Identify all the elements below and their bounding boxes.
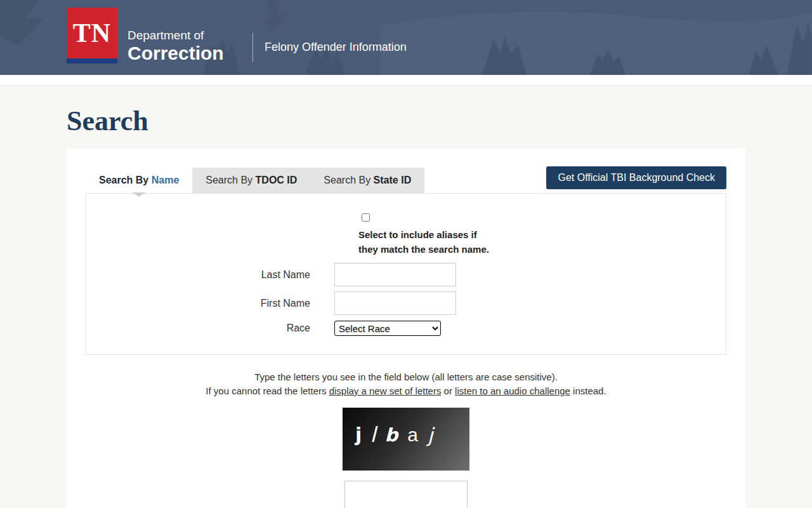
captcha-letter: j [355,424,362,446]
last-name-input[interactable] [334,263,456,286]
alias-checkbox-row [86,213,726,222]
captcha-input-wrap [86,481,726,508]
captcha-line2-prefix: If you cannot read the letters [206,385,329,396]
page-title: Search [67,105,812,138]
active-tab-caret-icon [132,192,146,197]
captcha-line2-suffix: instead. [570,385,606,396]
forest-background-art [0,0,812,75]
race-label: Race [86,323,334,334]
last-name-row: Last Name [86,263,726,286]
alias-help-line2: they match the search name. [358,242,726,257]
captcha-instruction-line2: If you cannot read the letters display a… [86,384,726,398]
department-of-text: Department of [128,28,224,43]
tn-logo-red-box: TN [67,8,117,58]
correction-text: Correction [128,43,224,64]
tab-search-by-name[interactable]: Search By Name [86,168,192,193]
tab-prefix: Search By [99,175,152,185]
main-content: Search Search By Name Search By TDOC ID … [0,105,812,508]
captcha-image: j l b a j [343,408,469,471]
captcha-letter: a [407,424,418,446]
tab-emphasis: Name [152,175,180,185]
tn-logo-navy-bar [67,58,117,64]
first-name-label: First Name [86,298,334,309]
tn-logo[interactable]: TN [67,8,117,64]
first-name-row: First Name [86,291,726,315]
audio-challenge-link[interactable]: listen to an audio challenge [455,385,570,396]
captcha-line2-middle: or [441,385,455,396]
captcha-letter: b [384,424,398,446]
captcha-input[interactable] [344,481,468,508]
tab-search-by-tdoc-id[interactable]: Search By TDOC ID [192,168,310,193]
race-row: Race Select Race [86,321,726,336]
tab-emphasis: State ID [374,175,412,185]
first-name-input[interactable] [334,291,456,315]
subheader-strip [0,75,812,86]
captcha-letter: l [370,422,376,447]
alias-help-line1: Select to include aliases if [358,227,726,242]
tab-prefix: Search By [206,175,255,185]
last-name-label: Last Name [86,269,334,281]
site-header: TN Department of Correction Felony Offen… [0,0,812,75]
race-select[interactable]: Select Race [334,321,441,336]
tn-logo-acronym: TN [73,18,111,48]
header-divider [252,33,253,62]
display-new-letters-link[interactable]: display a new set of letters [329,385,442,396]
tab-list: Search By Name Search By TDOC ID Search … [86,168,424,193]
tab-search-by-state-id[interactable]: Search By State ID [310,168,424,193]
captcha-section: Type the letters you see in the field be… [86,370,726,508]
include-aliases-checkbox[interactable] [362,213,370,222]
site-title: Felony Offender Information [265,41,407,54]
tab-emphasis: TDOC ID [256,175,298,185]
captcha-letter: j [428,424,433,446]
tab-prefix: Search By [324,175,373,185]
search-by-name-panel: Select to include aliases if they match … [86,193,726,355]
captcha-instruction-line1: Type the letters you see in the field be… [86,370,726,384]
tbi-background-check-button[interactable]: Get Official TBI Background Check [546,166,726,189]
department-wordmark: Department of Correction [128,28,224,64]
tab-row: Search By Name Search By TDOC ID Search … [86,168,726,193]
alias-help-text: Select to include aliases if they match … [86,227,726,257]
search-card: Search By Name Search By TDOC ID Search … [67,149,745,508]
